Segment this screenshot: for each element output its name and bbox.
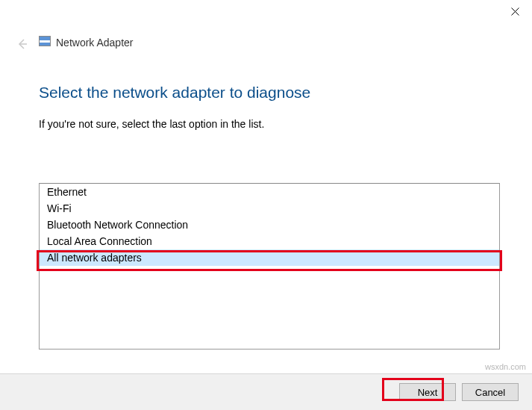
adapter-icon: [39, 36, 51, 46]
list-item[interactable]: All network adapters: [40, 249, 499, 266]
back-button[interactable]: [15, 37, 28, 53]
close-button[interactable]: [498, 0, 532, 22]
adapter-listbox[interactable]: EthernetWi-FiBluetooth Network Connectio…: [39, 183, 500, 350]
arrow-left-icon: [15, 37, 28, 51]
list-item[interactable]: Local Area Connection: [40, 233, 499, 249]
footer-bar: Next Cancel: [0, 373, 532, 410]
list-item[interactable]: Bluetooth Network Connection: [40, 217, 499, 233]
watermark: wsxdn.com: [485, 362, 526, 371]
cancel-button[interactable]: Cancel: [462, 383, 519, 401]
page-heading: Select the network adapter to diagnose: [39, 84, 502, 102]
list-item[interactable]: Wi-Fi: [40, 200, 499, 217]
list-item[interactable]: Ethernet: [40, 184, 499, 200]
window-title: Network Adapter: [56, 37, 134, 49]
close-icon: [511, 7, 519, 16]
page-subtext: If you're not sure, select the last opti…: [39, 118, 502, 130]
next-button[interactable]: Next: [399, 383, 456, 401]
